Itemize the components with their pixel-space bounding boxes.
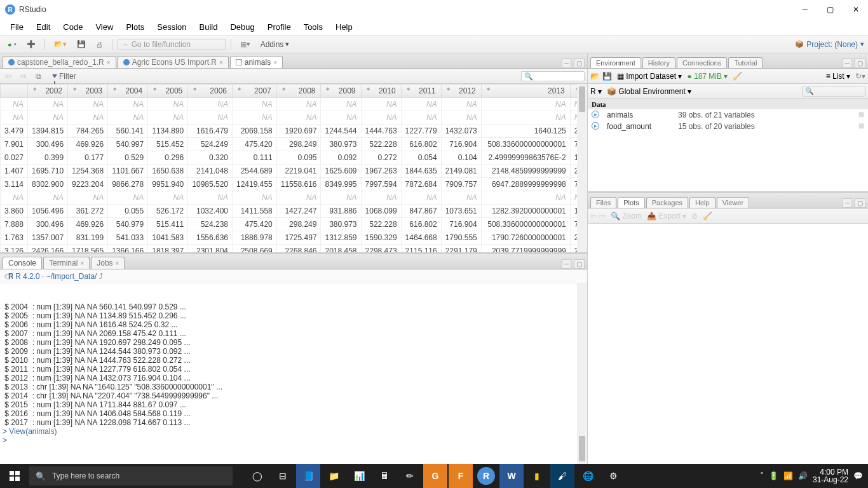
taskbar-app-5[interactable]: 🖌 xyxy=(550,464,574,488)
notifications-button[interactable]: 💬 xyxy=(853,471,863,480)
powerbi-button[interactable]: ▮ xyxy=(525,464,549,488)
menu-tools[interactable]: Tools xyxy=(297,20,329,34)
source-maximize-button[interactable]: ▢ xyxy=(574,58,585,68)
volume-icon[interactable]: 🔊 xyxy=(798,471,808,480)
source-minimize-button[interactable]: ─ xyxy=(562,58,571,68)
back-button[interactable]: ⇦ xyxy=(3,72,14,81)
column-header[interactable]: ◆2008 xyxy=(276,85,321,98)
grid-button[interactable]: ▦▾ xyxy=(236,39,254,50)
forward-button[interactable]: ⇨ xyxy=(18,72,29,81)
calculator-button[interactable]: 🖩 xyxy=(372,464,397,488)
goto-file-function-input[interactable]: → Go to file/function xyxy=(118,39,226,50)
console-vertical-scrollbar[interactable] xyxy=(577,283,587,464)
cortana-button[interactable]: ⊟ xyxy=(271,464,295,488)
taskbar-clock[interactable]: 4:00 PM 31-Aug-22 xyxy=(813,468,848,484)
tab-connections[interactable]: Connections xyxy=(677,57,727,68)
print-button[interactable]: 🖨 xyxy=(92,39,107,50)
maximize-button[interactable]: ▢ xyxy=(823,4,837,15)
tab-environment[interactable]: Environment xyxy=(590,57,641,68)
taskbar-app-6[interactable]: ⚙ xyxy=(601,464,625,488)
taskbar-search[interactable]: 🔍 Type here to search xyxy=(29,466,233,485)
addins-button[interactable]: Addins ▾ xyxy=(257,39,294,50)
rstudio-taskbar-button[interactable]: R xyxy=(477,467,495,485)
import-dataset-button[interactable]: ▦ Import Dataset ▾ xyxy=(617,72,682,81)
load-workspace-button[interactable]: 📂 xyxy=(590,72,600,81)
tab-help[interactable]: Help xyxy=(689,197,715,208)
view-table-icon[interactable]: ▦ xyxy=(858,122,864,131)
list-view-button[interactable]: ≡ List ▾ xyxy=(826,72,850,81)
tab-history[interactable]: History xyxy=(642,57,675,68)
console-minimize-button[interactable]: ─ xyxy=(562,259,571,269)
column-header[interactable]: ◆2005 xyxy=(148,85,188,98)
menu-view[interactable]: View xyxy=(89,20,119,34)
menu-session[interactable]: Session xyxy=(151,20,193,34)
view-table-icon[interactable]: ▦ xyxy=(858,111,864,119)
column-header[interactable]: ◆2011 xyxy=(401,85,441,98)
plots-minimize-button[interactable]: ─ xyxy=(843,198,852,208)
table-row[interactable]: 1.7631357.007831.199541.0331041.5831556.… xyxy=(1,231,588,245)
data-table-scroll[interactable]: ◆2002◆2003◆2004◆2005◆2006◆2007◆2008◆2009… xyxy=(0,84,587,252)
tray-chevron-up-icon[interactable]: ˄ xyxy=(760,471,764,480)
column-header[interactable]: ◆2009 xyxy=(321,85,361,98)
task-view-button[interactable]: ◯ xyxy=(245,464,269,488)
table-row[interactable]: NANANANANANANANANANANANANANANANA xyxy=(1,191,588,205)
menu-edit[interactable]: Edit xyxy=(30,20,57,34)
menu-code[interactable]: Code xyxy=(57,20,89,34)
tab-console[interactable]: Console xyxy=(3,257,42,269)
column-header[interactable]: ◆2003 xyxy=(68,85,108,98)
excel-button[interactable]: 📊 xyxy=(347,464,371,488)
table-row[interactable]: 3.1148302.9009223.2049866.2789951.940109… xyxy=(1,178,588,191)
tab-jobs[interactable]: Jobs × xyxy=(91,257,125,269)
table-row[interactable]: 3.1262426.1661718.5651366.1661818.397230… xyxy=(1,245,588,253)
menu-plots[interactable]: Plots xyxy=(119,20,151,34)
close-tab-icon[interactable]: × xyxy=(107,59,111,66)
table-row[interactable]: 3.4791394.815784.265560.1411134.8901616.… xyxy=(1,125,588,138)
env-search-input[interactable]: 🔍 xyxy=(802,86,865,97)
column-header[interactable]: ◆2004 xyxy=(108,85,148,98)
refresh-env-button[interactable]: ↻▾ xyxy=(855,72,865,81)
source-tab[interactable]: capstone_bella_redo_1.R × xyxy=(3,56,116,68)
tab-tutorial[interactable]: Tutorial xyxy=(728,57,763,68)
env-minimize-button[interactable]: ─ xyxy=(843,58,852,68)
column-header[interactable]: ◆2013 xyxy=(481,85,570,98)
tab-viewer[interactable]: Viewer xyxy=(717,197,749,208)
popout-button[interactable]: ⧉ xyxy=(33,72,44,81)
console-maximize-button[interactable]: ▢ xyxy=(574,259,585,269)
clear-plots-button[interactable]: 🧹 xyxy=(703,212,712,220)
project-selector[interactable]: 📦 Project: (None) ▾ xyxy=(795,40,864,49)
console-output[interactable]: $ 2004 : num [1:39] NA NA 560.141 540.99… xyxy=(0,283,587,464)
table-row[interactable]: 7.901300.496469.926540.997515.452524.249… xyxy=(1,138,588,151)
data-vertical-scrollbar[interactable] xyxy=(577,84,587,252)
table-row[interactable]: 3.8601056.496361.2720.055526.1721032.400… xyxy=(1,205,588,218)
word-button[interactable]: W xyxy=(499,464,524,488)
column-header[interactable]: ◆2010 xyxy=(361,85,401,98)
filter-button[interactable]: Filter xyxy=(48,71,81,82)
file-explorer-button[interactable]: 📁 xyxy=(322,464,346,488)
zoom-button[interactable]: 🔍 Zoom xyxy=(611,212,642,220)
table-row[interactable]: 7.888300.496469.926540.979515.411524.238… xyxy=(1,218,588,231)
plot-back-button[interactable]: ⇦ xyxy=(590,212,597,220)
remove-plot-button[interactable]: ⊘ xyxy=(691,212,698,220)
close-button[interactable]: ✕ xyxy=(849,4,863,15)
battery-icon[interactable]: 🔋 xyxy=(769,471,778,480)
taskbar-app-4[interactable]: F xyxy=(449,464,473,488)
memory-usage[interactable]: ● 187 MiB ▾ xyxy=(687,72,728,81)
env-item[interactable]: ▸animals39 obs. of 21 variables▦ xyxy=(588,109,868,121)
start-button[interactable] xyxy=(0,464,29,488)
open-file-button[interactable]: 📂▾ xyxy=(50,39,71,50)
plots-maximize-button[interactable]: ▢ xyxy=(855,198,865,208)
column-header[interactable]: ◆2002 xyxy=(28,85,68,98)
menu-help[interactable]: Help xyxy=(329,20,359,34)
expand-icon[interactable]: ▸ xyxy=(592,111,599,118)
wifi-icon[interactable]: 📶 xyxy=(783,471,793,480)
save-all-button[interactable]: 💾 xyxy=(73,39,90,50)
column-header[interactable]: ◆2012 xyxy=(441,85,481,98)
clear-workspace-button[interactable]: 🧹 xyxy=(733,72,742,81)
taskbar-app-1[interactable]: 📘 xyxy=(296,464,320,488)
minimize-button[interactable]: ─ xyxy=(798,4,811,15)
data-search-input[interactable] xyxy=(521,71,585,81)
menu-profile[interactable]: Profile xyxy=(261,20,297,34)
column-header[interactable]: ◆2007 xyxy=(233,85,277,98)
taskbar-app-3[interactable]: G xyxy=(423,464,447,488)
taskbar-app-2[interactable]: ✏ xyxy=(398,464,422,488)
